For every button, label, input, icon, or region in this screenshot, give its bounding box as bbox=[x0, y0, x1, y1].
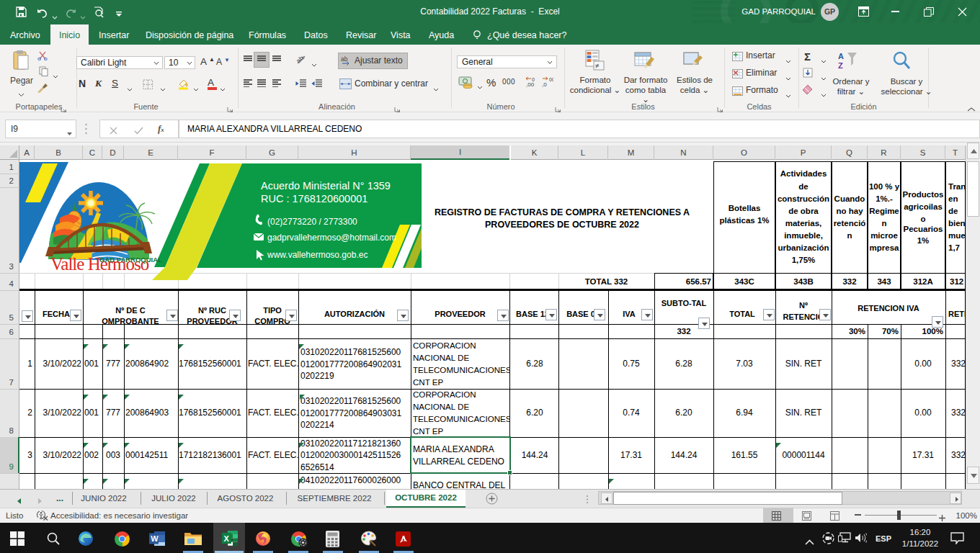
svg-text:RUC : 1768120600001: RUC : 1768120600001 bbox=[261, 193, 368, 204]
svg-text:Acuerdo Ministerial N° 1359: Acuerdo Ministerial N° 1359 bbox=[261, 180, 391, 192]
svg-text:ab: ab bbox=[341, 55, 348, 63]
svg-text:www.vallehermoso.gob.ec: www.vallehermoso.gob.ec bbox=[267, 250, 368, 260]
svg-text:Z: Z bbox=[838, 61, 843, 70]
svg-text:gadprvallehermoso@hotmail.com: gadprvallehermoso@hotmail.com bbox=[267, 233, 396, 243]
svg-text:(02)2773220 / 2773300: (02)2773220 / 2773300 bbox=[267, 217, 357, 227]
svg-text:≠: ≠ bbox=[595, 62, 600, 70]
svg-text:ab: ab bbox=[295, 55, 305, 65]
svg-text:,0: ,0 bbox=[542, 81, 547, 87]
svg-text:00: 00 bbox=[549, 77, 553, 82]
svg-text:X: X bbox=[224, 534, 230, 543]
svg-text:W: W bbox=[151, 534, 159, 543]
svg-text:,00: ,00 bbox=[526, 81, 535, 87]
svg-text:A: A bbox=[838, 52, 844, 60]
svg-text:GAD PARROQUIAL: GAD PARROQUIAL bbox=[99, 256, 162, 264]
